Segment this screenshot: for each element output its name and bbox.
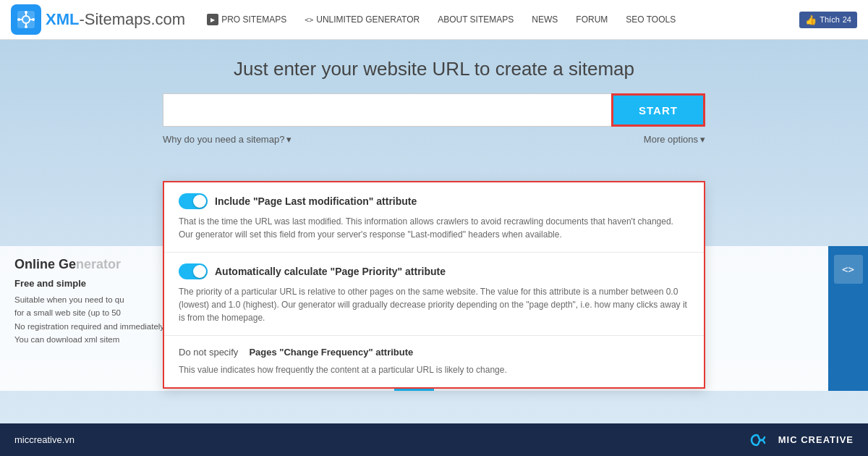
code-btn[interactable]: <> bbox=[834, 255, 863, 284]
pro-icon: ▶ bbox=[207, 14, 218, 25]
url-input[interactable] bbox=[163, 93, 611, 127]
nav-seo-tools[interactable]: SEO TOOLS bbox=[626, 14, 676, 25]
nav-items: ▶ PRO SITEMAPS <> UNLIMITED GENERATOR AB… bbox=[207, 14, 799, 25]
svg-point-7 bbox=[25, 25, 27, 28]
svg-point-8 bbox=[17, 18, 20, 21]
fb-thumb-icon: 👍 bbox=[805, 14, 817, 25]
option-3-header: Do not specify Pages "Change Frequency" … bbox=[179, 347, 689, 358]
mic-creative-logo-icon bbox=[745, 432, 771, 448]
option-3-select-label: Do not specify bbox=[179, 347, 238, 358]
content-wrapper: Just enter your website URL to create a … bbox=[0, 40, 868, 423]
hero-section: Just enter your website URL to create a … bbox=[0, 40, 868, 156]
option-1-label: Include "Page Last modification" attribu… bbox=[215, 195, 417, 207]
header: XML-Sitemaps.com ▶ PRO SITEMAPS <> UNLIM… bbox=[0, 0, 868, 40]
option-1-desc: That is the time the URL was last modifi… bbox=[179, 215, 689, 241]
option-2-desc: The priority of a particular URL is rela… bbox=[179, 285, 689, 324]
toggle-page-last-mod[interactable] bbox=[179, 193, 208, 209]
hero-title: Just enter your website URL to create a … bbox=[0, 58, 868, 80]
bottom-right-btn-panel: <> bbox=[828, 246, 868, 391]
footer-right: MIC CREATIVE bbox=[745, 432, 854, 448]
nav-pro-sitemaps[interactable]: ▶ PRO SITEMAPS bbox=[207, 14, 286, 25]
logo-icon bbox=[11, 4, 41, 35]
nav-about-sitemaps[interactable]: ABOUT SITEMAPS bbox=[438, 14, 514, 25]
chevron-down-icon: ▾ bbox=[286, 134, 292, 145]
fb-label: Thích bbox=[820, 15, 840, 24]
option-3-desc: This value indicates how frequently the … bbox=[179, 363, 689, 376]
start-button[interactable]: START bbox=[611, 93, 705, 127]
option-row-3: Do not specify Pages "Change Frequency" … bbox=[164, 336, 704, 387]
option-2-header: Automatically calculate "Page Priority" … bbox=[179, 263, 689, 279]
footer-brand: MIC CREATIVE bbox=[778, 434, 854, 445]
logo-text: XML-Sitemaps.com bbox=[46, 10, 185, 29]
fb-like-button[interactable]: 👍 Thích 24 bbox=[799, 12, 857, 28]
toggle-page-priority[interactable] bbox=[179, 263, 208, 279]
more-options-link[interactable]: More options ▾ bbox=[644, 134, 705, 145]
option-1-header: Include "Page Last modification" attribu… bbox=[179, 193, 689, 209]
option-row-1: Include "Page Last modification" attribu… bbox=[164, 182, 704, 253]
option-row-2: Automatically calculate "Page Priority" … bbox=[164, 253, 704, 336]
chevron-down-icon-2: ▾ bbox=[700, 134, 705, 145]
footer-domain: miccreative.vn bbox=[14, 434, 75, 445]
footer: miccreative.vn MIC CREATIVE bbox=[0, 423, 868, 456]
svg-point-9 bbox=[32, 18, 35, 21]
svg-point-6 bbox=[25, 11, 27, 14]
code-icon: <> bbox=[305, 16, 313, 24]
code-brackets-icon: <> bbox=[842, 263, 854, 275]
nav-unlimited-generator[interactable]: <> UNLIMITED GENERATOR bbox=[305, 14, 420, 25]
option-2-label: Automatically calculate "Page Priority" … bbox=[215, 266, 446, 277]
url-input-row: START bbox=[0, 93, 868, 127]
nav-news[interactable]: NEWS bbox=[532, 14, 558, 25]
logo-area[interactable]: XML-Sitemaps.com bbox=[11, 4, 185, 35]
fb-count: 24 bbox=[843, 15, 851, 24]
sub-links: Why do you need a sitemap? ▾ More option… bbox=[163, 134, 705, 145]
options-panel: Include "Page Last modification" attribu… bbox=[163, 181, 705, 389]
why-sitemap-link[interactable]: Why do you need a sitemap? ▾ bbox=[163, 134, 292, 145]
option-3-label: Pages "Change Frequency" attribute bbox=[249, 347, 413, 358]
nav-forum[interactable]: FORUM bbox=[576, 14, 608, 25]
